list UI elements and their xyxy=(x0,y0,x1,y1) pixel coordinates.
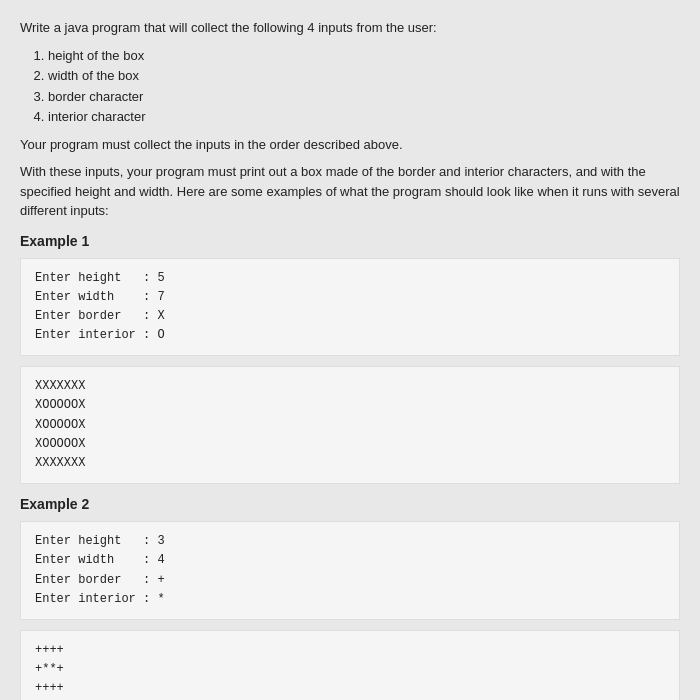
example-1-output-block: XXXXXXX XOOOOOX XOOOOOX XOOOOOX XXXXXXX xyxy=(20,366,680,484)
input-item-2: width of the box xyxy=(48,66,680,86)
input-item-4: interior character xyxy=(48,107,680,127)
prompt-text: Write a java program that will collect t… xyxy=(20,18,680,38)
example-2-output-block: ++++ +**+ ++++ xyxy=(20,630,680,700)
order-paragraph: Your program must collect the inputs in … xyxy=(20,135,680,155)
description-paragraph: With these inputs, your program must pri… xyxy=(20,162,680,221)
example-1-section: Example 1 Enter height : 5 Enter width :… xyxy=(20,231,680,485)
example-2-input-block: Enter height : 3 Enter width : 4 Enter b… xyxy=(20,521,680,620)
example-1-input-block: Enter height : 5 Enter width : 7 Enter b… xyxy=(20,258,680,357)
input-item-1: height of the box xyxy=(48,46,680,66)
example-1-heading: Example 1 xyxy=(20,231,680,252)
example-2-heading: Example 2 xyxy=(20,494,680,515)
inputs-list: height of the box width of the box borde… xyxy=(48,46,680,127)
input-item-3: border character xyxy=(48,87,680,107)
example-2-section: Example 2 Enter height : 3 Enter width :… xyxy=(20,494,680,700)
